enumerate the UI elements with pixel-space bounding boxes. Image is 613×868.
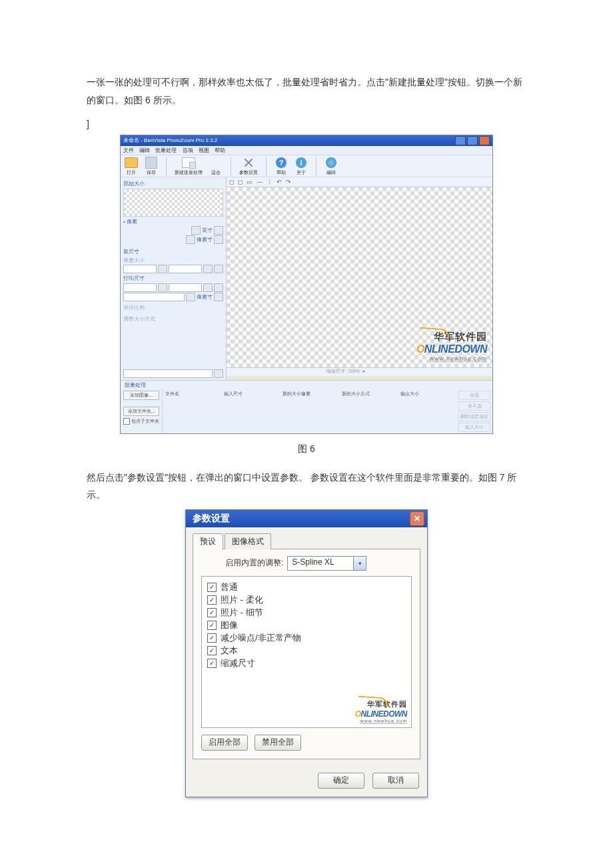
menu-help[interactable]: 帮助 bbox=[215, 147, 225, 153]
lock-button[interactable] bbox=[214, 265, 223, 273]
preset-item-image[interactable]: ✓图像 bbox=[207, 619, 406, 631]
input-size-button[interactable]: 输入大小 bbox=[458, 423, 490, 432]
method-field[interactable] bbox=[123, 369, 213, 378]
tool-sep: ▭ bbox=[247, 179, 253, 185]
ok-button[interactable]: 确定 bbox=[318, 773, 364, 789]
tb-fit[interactable]: 适合 bbox=[209, 157, 223, 176]
tb-batch-label: 新建批量处理 bbox=[175, 169, 203, 176]
add-folder-button[interactable]: 添加文件夹... bbox=[123, 407, 159, 416]
hand-tool-icon[interactable]: ◻ bbox=[238, 179, 243, 185]
preset-item-text[interactable]: ✓文本 bbox=[207, 645, 406, 657]
checkbox-icon[interactable]: ✓ bbox=[207, 633, 217, 643]
tb-new-batch[interactable]: 新建批量处理 bbox=[175, 157, 203, 176]
select-all-button[interactable]: 全选 bbox=[458, 391, 490, 400]
redo-icon[interactable]: ↷ bbox=[286, 179, 291, 185]
window-titlebar[interactable]: 未命名 - BenVista PhotoZoom Pro 2.3.2 bbox=[121, 135, 492, 146]
width-field[interactable] bbox=[123, 265, 157, 273]
maximize-button[interactable] bbox=[467, 136, 478, 145]
add-image-button[interactable]: 添加图像... bbox=[123, 391, 159, 400]
unit-btn-1[interactable] bbox=[214, 226, 223, 235]
tb-fit-label: 适合 bbox=[211, 169, 221, 176]
include-subfolders-checkbox[interactable]: 包含子文件夹 bbox=[123, 418, 159, 425]
zoom-level: ⋮ bbox=[267, 179, 273, 185]
tab-image-format[interactable]: 图像格式 bbox=[225, 533, 271, 549]
resolution-unit[interactable] bbox=[186, 293, 195, 301]
toolbar-separator bbox=[266, 157, 267, 176]
watermark-swoosh-icon bbox=[418, 327, 450, 338]
checkbox-icon[interactable]: ✓ bbox=[207, 646, 217, 655]
preset-label: 缩减尺寸 bbox=[221, 657, 255, 669]
combo-value: S-Spline XL bbox=[288, 557, 353, 570]
tb-help[interactable]: ?帮助 bbox=[275, 157, 288, 176]
preset-item-photo-detail[interactable]: ✓照片 - 细节 bbox=[207, 607, 406, 619]
chevron-down-icon[interactable]: ▾ bbox=[353, 557, 366, 570]
undo-icon[interactable]: ↶ bbox=[277, 179, 282, 185]
tb-preferences[interactable]: 参数设置 bbox=[239, 157, 258, 176]
minimize-button[interactable] bbox=[455, 136, 466, 145]
tab-presets[interactable]: 预设 bbox=[193, 533, 223, 549]
width-unit[interactable] bbox=[158, 265, 167, 273]
tb-about[interactable]: i关于 bbox=[295, 157, 308, 176]
close-icon[interactable]: ✕ bbox=[410, 511, 424, 526]
folder-icon bbox=[125, 157, 138, 168]
checkbox-icon[interactable]: ✓ bbox=[207, 595, 217, 605]
print-lock-button[interactable] bbox=[214, 283, 223, 292]
menu-options[interactable]: 选项 bbox=[183, 147, 193, 153]
col-output-size: 输出大小 bbox=[398, 389, 456, 433]
preset-item-photo-soft[interactable]: ✓照片 - 柔化 bbox=[207, 594, 406, 606]
checkbox-icon[interactable]: ✓ bbox=[207, 659, 217, 668]
preset-item-denoise[interactable]: ✓减少噪点/非正常产物 bbox=[207, 632, 406, 644]
help-icon: ? bbox=[276, 157, 287, 168]
print-width-unit[interactable] bbox=[158, 283, 167, 292]
preset-label: 文本 bbox=[221, 645, 238, 657]
close-button[interactable] bbox=[479, 136, 490, 145]
unit-field-2[interactable] bbox=[186, 235, 195, 244]
delete-selected-button[interactable]: 删除选定项目 bbox=[458, 412, 490, 421]
enable-all-button[interactable]: 启用全部 bbox=[201, 735, 248, 751]
unit-field-1[interactable] bbox=[191, 226, 201, 235]
tb-save[interactable]: 保存 bbox=[145, 157, 158, 176]
preset-item-normal[interactable]: ✓普通 bbox=[207, 581, 406, 593]
preset-item-shrink[interactable]: ✓缩减尺寸 bbox=[207, 657, 406, 669]
checkbox-icon[interactable]: ✓ bbox=[207, 583, 217, 592]
height-field[interactable] bbox=[169, 265, 202, 273]
col-filename: 文件名 bbox=[163, 389, 221, 433]
method-btn[interactable] bbox=[214, 369, 223, 378]
tb-open[interactable]: 打开 bbox=[125, 157, 138, 176]
resolution-btn[interactable] bbox=[214, 293, 223, 301]
menu-file[interactable]: 文件 bbox=[123, 147, 134, 153]
canvas-area[interactable]: 华军软件园 ONLINEDOWN www.newhua.com bbox=[227, 187, 492, 368]
zoom-tool-icon[interactable]: ◻ bbox=[229, 179, 234, 185]
dialog-titlebar[interactable]: 参数设置 ✕ bbox=[186, 510, 427, 527]
resolution-field[interactable] bbox=[123, 293, 185, 301]
tab-panel-presets: 启用内置的调整: S-Spline XL ▾ ✓普通 ✓照片 - 柔化 ✓照片 … bbox=[193, 549, 420, 759]
cancel-button[interactable]: 取消 bbox=[372, 773, 419, 789]
figure-6-caption: 图 6 bbox=[87, 443, 526, 455]
tb-about-label: 关于 bbox=[297, 169, 306, 176]
print-width-field[interactable] bbox=[123, 283, 157, 292]
select-none-button[interactable]: 全不选 bbox=[458, 401, 490, 411]
label-pixel-size: 像素大小 bbox=[123, 257, 223, 264]
tab-strip: 预设 图像格式 bbox=[193, 533, 420, 549]
section-resize-method: 调整大小方式 bbox=[123, 315, 223, 323]
tb-save-label: 保存 bbox=[147, 169, 156, 176]
include-subfolders-label: 包含子文件夹 bbox=[131, 418, 159, 425]
checkbox-icon[interactable]: ✓ bbox=[207, 608, 217, 617]
menu-batch[interactable]: 批量处理 bbox=[155, 147, 177, 153]
print-height-unit[interactable] bbox=[203, 283, 213, 292]
menu-view[interactable]: 视图 bbox=[199, 147, 209, 153]
tb-web[interactable]: 编辑 bbox=[324, 157, 338, 176]
unit-btn-2[interactable] bbox=[214, 235, 223, 244]
tb-open-label: 打开 bbox=[127, 169, 136, 176]
settings-icon bbox=[243, 157, 254, 168]
disable-all-button[interactable]: 禁用全部 bbox=[255, 735, 301, 751]
zoom-out-icon[interactable]: — bbox=[257, 179, 263, 185]
window-title: 未命名 - BenVista PhotoZoom Pro 2.3.2 bbox=[123, 137, 217, 144]
resize-method-combo[interactable]: S-Spline XL ▾ bbox=[287, 556, 366, 571]
resolution-unit-label: 像素寸 bbox=[197, 293, 213, 301]
paragraph-2: 然后点击"参数设置"按钮，在弹出的窗口中设置参数。 参数设置在这个软件里面是非常… bbox=[87, 469, 526, 504]
height-unit[interactable] bbox=[203, 265, 213, 273]
print-height-field[interactable] bbox=[169, 283, 202, 292]
menu-edit[interactable]: 编辑 bbox=[139, 147, 150, 153]
checkbox-icon[interactable]: ✓ bbox=[207, 621, 217, 630]
